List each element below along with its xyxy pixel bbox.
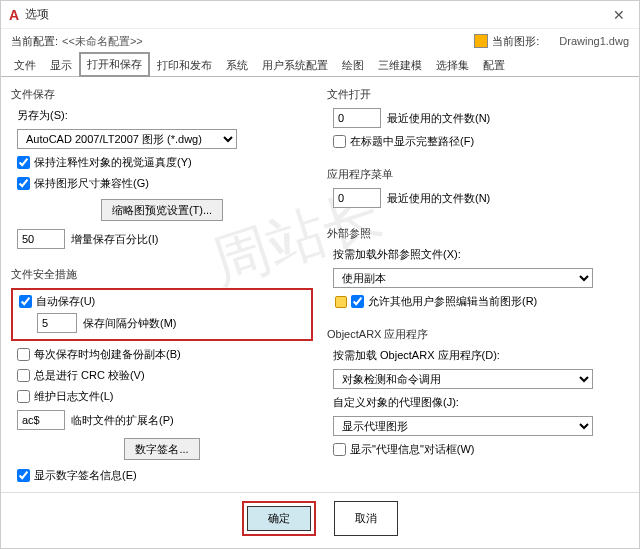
tab-print[interactable]: 打印和发布 xyxy=(150,54,219,76)
tabs: 文件 显示 打开和保存 打印和发布 系统 用户系统配置 绘图 三维建模 选择集 … xyxy=(1,53,639,77)
tab-display[interactable]: 显示 xyxy=(43,54,79,76)
xref-load-label: 按需加载外部参照文件(X): xyxy=(333,247,629,262)
autosave-interval-label: 保存间隔分钟数(M) xyxy=(83,316,177,331)
tab-open-save[interactable]: 打开和保存 xyxy=(79,52,150,77)
footer: 确定 取消 xyxy=(1,492,639,548)
current-drawing-name: Drawing1.dwg xyxy=(559,35,629,47)
arx-load-select[interactable]: 对象检测和命令调用 xyxy=(333,369,593,389)
saveas-format-select[interactable]: AutoCAD 2007/LT2007 图形 (*.dwg) xyxy=(17,129,237,149)
xref-label: 外部参照 xyxy=(327,226,629,241)
show-signature-checkbox[interactable]: 显示数字签名信息(E) xyxy=(17,468,313,483)
autosave-checkbox[interactable]: 自动保存(U) xyxy=(19,294,305,309)
keep-annotative-checkbox[interactable]: 保持注释性对象的视觉逼真度(Y) xyxy=(17,155,313,170)
titlebar: A 选项 ✕ xyxy=(1,1,639,29)
current-drawing-label: 当前图形: xyxy=(492,34,539,49)
saveas-label: 另存为(S): xyxy=(17,108,313,123)
autosave-group-highlight: 自动保存(U) 保存间隔分钟数(M) xyxy=(11,288,313,341)
drawing-icon xyxy=(474,34,488,48)
appmenu-recent-input[interactable] xyxy=(333,188,381,208)
app-logo: A xyxy=(9,7,19,23)
arx-load-label: 按需加载 ObjectARX 应用程序(D): xyxy=(333,348,629,363)
thumbnail-settings-button[interactable]: 缩略图预览设置(T)... xyxy=(101,199,223,221)
incremental-save-input[interactable] xyxy=(17,229,65,249)
filesave-label: 文件保存 xyxy=(11,87,313,102)
appmenu-label: 应用程序菜单 xyxy=(327,167,629,182)
ok-button[interactable]: 确定 xyxy=(247,506,311,531)
window-title: 选项 xyxy=(25,6,607,23)
temp-ext-input[interactable] xyxy=(17,410,65,430)
proxy-info-checkbox[interactable]: 显示"代理信息"对话框(W) xyxy=(333,442,629,457)
keep-size-checkbox[interactable]: 保持图形尺寸兼容性(G) xyxy=(17,176,313,191)
log-checkbox[interactable]: 维护日志文件(L) xyxy=(17,389,313,404)
fileopen-label: 文件打开 xyxy=(327,87,629,102)
incremental-save-label: 增量保存百分比(I) xyxy=(71,232,158,247)
ok-highlight: 确定 xyxy=(242,501,316,536)
tab-file[interactable]: 文件 xyxy=(7,54,43,76)
temp-ext-label: 临时文件的扩展名(P) xyxy=(71,413,174,428)
arx-label: ObjectARX 应用程序 xyxy=(327,327,629,342)
recent-files-input[interactable] xyxy=(333,108,381,128)
right-column: 文件打开 最近使用的文件数(N) 在标题中显示完整路径(F) 应用程序菜单 最近… xyxy=(327,85,629,484)
proxy-image-select[interactable]: 显示代理图形 xyxy=(333,416,593,436)
proxy-image-label: 自定义对象的代理图像(J): xyxy=(333,395,629,410)
current-profile-label: 当前配置: xyxy=(11,34,58,49)
recent-files-label: 最近使用的文件数(N) xyxy=(387,111,490,126)
tab-draw[interactable]: 绘图 xyxy=(335,54,371,76)
left-column: 文件保存 另存为(S): AutoCAD 2007/LT2007 图形 (*.d… xyxy=(11,85,313,484)
cancel-button[interactable]: 取消 xyxy=(334,501,398,536)
autosave-interval-input[interactable] xyxy=(37,313,77,333)
current-profile-name: <<未命名配置>> xyxy=(62,34,143,49)
xref-load-select[interactable]: 使用副本 xyxy=(333,268,593,288)
file-safety-label: 文件安全措施 xyxy=(11,267,313,282)
appmenu-recent-label: 最近使用的文件数(N) xyxy=(387,191,490,206)
fullpath-checkbox[interactable]: 在标题中显示完整路径(F) xyxy=(333,134,629,149)
crc-checkbox[interactable]: 总是进行 CRC 校验(V) xyxy=(17,368,313,383)
tab-selection[interactable]: 选择集 xyxy=(429,54,476,76)
override-icon xyxy=(335,296,347,308)
tab-3d[interactable]: 三维建模 xyxy=(371,54,429,76)
create-backup-checkbox[interactable]: 每次保存时均创建备份副本(B) xyxy=(17,347,313,362)
tab-config[interactable]: 配置 xyxy=(476,54,512,76)
digital-signature-button[interactable]: 数字签名... xyxy=(124,438,199,460)
allow-refedit-checkbox[interactable]: 允许其他用户参照编辑当前图形(R) xyxy=(333,294,629,309)
tab-user[interactable]: 用户系统配置 xyxy=(255,54,335,76)
tab-system[interactable]: 系统 xyxy=(219,54,255,76)
close-icon[interactable]: ✕ xyxy=(607,7,631,23)
profile-bar: 当前配置: <<未命名配置>> 当前图形: Drawing1.dwg xyxy=(1,29,639,53)
